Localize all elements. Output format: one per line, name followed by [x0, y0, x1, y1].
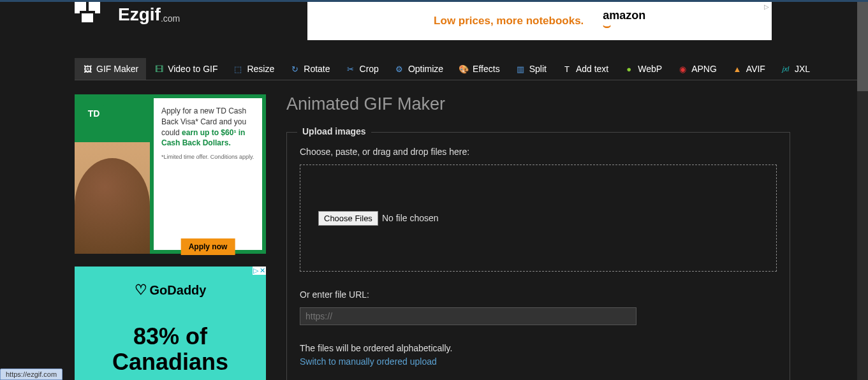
ad-marker-icon: ▷: [764, 3, 769, 10]
sidebar-ad-1[interactable]: ▷✕ TD Apply for a new TD Cash Back Visa*…: [75, 94, 266, 254]
nav-crop[interactable]: ✂Crop: [338, 58, 386, 80]
fieldset-legend: Upload images: [297, 126, 371, 136]
choose-files-button[interactable]: Choose Files: [318, 211, 378, 226]
order-info: The files will be ordered alphabetically…: [300, 343, 777, 353]
heart-icon: ♡: [135, 282, 147, 298]
sidebar-ad-2[interactable]: ▷✕ ♡GoDaddy 83% ofCanadians: [75, 267, 266, 380]
ad-close-controls[interactable]: ▷✕: [253, 267, 266, 275]
page-title: Animated GIF Maker: [286, 94, 790, 114]
text-icon: T: [562, 64, 572, 74]
nav-resize[interactable]: ⬚Resize: [225, 58, 282, 80]
ad2-line1: 83% of: [133, 323, 207, 349]
apply-now-button[interactable]: Apply now: [181, 238, 235, 255]
switch-order-link[interactable]: Switch to manually ordered upload: [300, 356, 437, 367]
nav-video-to-gif[interactable]: 🎞Video to GIF: [146, 58, 225, 80]
ad2-line2: Canadians: [112, 349, 228, 375]
td-logo: TD: [84, 105, 104, 122]
logo-suffix: .com: [161, 13, 180, 24]
resize-icon: ⬚: [233, 64, 243, 74]
nav-label: GIF Maker: [96, 64, 138, 74]
film-icon: 🎞: [154, 64, 164, 74]
nav-gif-maker[interactable]: 🖼GIF Maker: [75, 58, 146, 80]
ad2-headline: 83% ofCanadians: [90, 324, 251, 374]
url-label: Or enter file URL:: [300, 289, 777, 300]
main-content: Animated GIF Maker Upload images Choose,…: [286, 94, 790, 380]
nav-label: JXL: [795, 64, 810, 74]
split-icon: ▥: [515, 64, 526, 74]
nav-label: Resize: [247, 64, 274, 74]
choose-label: Choose, paste, or drag and drop files he…: [300, 147, 777, 157]
nav-label: Add text: [576, 64, 608, 74]
amazon-logo: amazon ⌣: [603, 9, 645, 33]
upload-fieldset: Upload images Choose, paste, or drag and…: [286, 132, 790, 380]
godaddy-logo: ♡GoDaddy: [90, 282, 251, 298]
svg-rect-2: [82, 13, 93, 22]
file-status: No file chosen: [382, 213, 439, 223]
scrollbar[interactable]: [857, 2, 868, 380]
svg-rect-4: [95, 11, 100, 13]
svg-rect-1: [89, 2, 100, 11]
person-image: [75, 158, 150, 254]
sidebar: ▷✕ TD Apply for a new TD Cash Back Visa*…: [75, 94, 266, 380]
nav-label: AVIF: [746, 64, 765, 74]
logo-text: Ezgif: [118, 4, 161, 25]
file-dropzone[interactable]: Choose Files No file chosen: [300, 164, 777, 272]
nav-apng[interactable]: ◉APNG: [670, 58, 725, 80]
nav-label: Optimize: [408, 64, 443, 74]
optimize-icon: ⚙: [394, 64, 404, 74]
ad-headline: Low prices, more notebooks.: [434, 15, 584, 27]
nav-label: WebP: [638, 64, 662, 74]
header: Ezgif .com Low prices, more notebooks. a…: [75, 2, 868, 40]
jxl-icon: jxl: [781, 64, 791, 74]
nav-add-text[interactable]: TAdd text: [554, 58, 616, 80]
top-banner-ad[interactable]: Low prices, more notebooks. amazon ⌣ ▷: [307, 2, 772, 40]
url-input[interactable]: [300, 307, 636, 325]
nav-split[interactable]: ▥Split: [508, 58, 554, 80]
main-nav: 🖼GIF Maker 🎞Video to GIF ⬚Resize ↻Rotate…: [75, 58, 868, 80]
palette-icon: 🎨: [459, 64, 469, 74]
ad-text: Apply for a new TD Cash Back Visa* Card …: [161, 106, 254, 149]
nav-label: Video to GIF: [168, 64, 217, 74]
close-icon[interactable]: ✕: [259, 267, 266, 275]
avif-icon: ▲: [732, 64, 742, 74]
status-bar: https://ezgif.com: [0, 369, 63, 380]
webp-icon: ●: [624, 64, 634, 74]
logo-icon: [75, 2, 113, 27]
nav-label: Effects: [473, 64, 500, 74]
ad-marker-icon: ▷: [253, 267, 259, 275]
svg-rect-3: [75, 11, 80, 13]
godaddy-text: GoDaddy: [150, 283, 207, 298]
svg-rect-0: [75, 2, 86, 11]
nav-label: APNG: [691, 64, 717, 74]
nav-jxl[interactable]: jxlJXL: [773, 58, 818, 80]
ad-image: TD: [75, 94, 150, 254]
ad-disclaimer: *Limited time offer. Conditions apply.: [161, 154, 254, 160]
crop-icon: ✂: [346, 64, 356, 74]
nav-label: Split: [529, 64, 547, 74]
image-icon: 🖼: [82, 64, 92, 74]
nav-label: Rotate: [304, 64, 330, 74]
scroll-thumb[interactable]: [857, 2, 868, 91]
rotate-icon: ↻: [290, 64, 300, 74]
apng-icon: ◉: [677, 64, 688, 74]
nav-webp[interactable]: ●WebP: [616, 58, 670, 80]
nav-effects[interactable]: 🎨Effects: [451, 58, 508, 80]
nav-avif[interactable]: ▲AVIF: [725, 58, 773, 80]
nav-optimize[interactable]: ⚙Optimize: [386, 58, 451, 80]
nav-label: Crop: [360, 64, 379, 74]
logo[interactable]: Ezgif .com: [75, 2, 180, 27]
nav-rotate[interactable]: ↻Rotate: [282, 58, 337, 80]
ad-copy: Apply for a new TD Cash Back Visa* Card …: [150, 94, 266, 254]
